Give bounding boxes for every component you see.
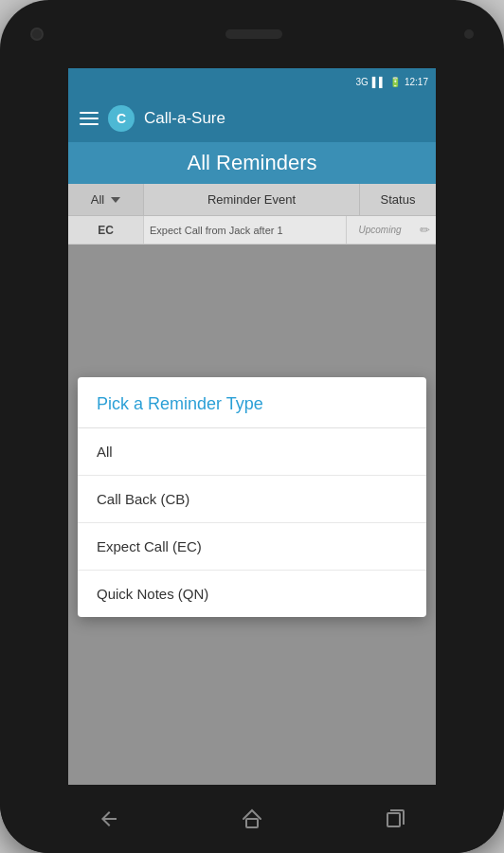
dialog-title: Pick a Reminder Type <box>78 377 426 428</box>
dialog-option-callback[interactable]: Call Back (CB) <box>78 476 426 523</box>
edit-icon[interactable]: ✏ <box>413 223 436 237</box>
chevron-down-icon <box>111 197 120 203</box>
home-button[interactable] <box>237 804 267 834</box>
dialog-option-expectcall[interactable]: Expect Call (EC) <box>78 523 426 571</box>
dialog-option-all[interactable]: All <box>78 428 426 476</box>
table-row[interactable]: EC Expect Call from Jack after 1 Upcomin… <box>68 216 436 245</box>
recents-button[interactable] <box>380 804 410 834</box>
reminder-type-dialog: Pick a Reminder Type All Call Back (CB) … <box>78 377 426 617</box>
phone-speaker <box>225 29 282 39</box>
row-type-cell: EC <box>68 216 144 244</box>
screen-content: Pick a Reminder Type All Call Back (CB) … <box>68 245 436 785</box>
event-label: Reminder Event <box>207 192 296 207</box>
time-display: 12:17 <box>405 77 428 87</box>
row-status-cell: Upcoming <box>347 216 413 244</box>
status-bar-right: 3G ▌▌ 🔋 12:17 <box>355 77 428 87</box>
row-event-cell: Expect Call from Jack after 1 <box>144 216 347 244</box>
phone-camera <box>30 27 44 41</box>
phone-top-bar <box>0 0 504 68</box>
filter-column-header[interactable]: All <box>68 184 144 215</box>
svg-rect-1 <box>387 813 400 826</box>
dialog-option-quicknotes[interactable]: Quick Notes (QN) <box>78 571 426 617</box>
battery-icon: 🔋 <box>389 77 401 87</box>
app-bar-title: Call-a-Sure <box>144 109 225 128</box>
event-column-header: Reminder Event <box>144 184 360 215</box>
page-title-bar: All Reminders <box>68 142 436 184</box>
phone-bottom-bar <box>0 785 504 853</box>
status-bar: 3G ▌▌ 🔋 12:17 <box>68 68 436 95</box>
svg-rect-0 <box>246 819 258 827</box>
app-bar: C Call-a-Sure <box>68 95 436 142</box>
back-button[interactable] <box>94 804 124 834</box>
status-column-header: Status <box>360 184 436 215</box>
page-title: All Reminders <box>188 151 317 175</box>
app-logo: C <box>108 105 135 132</box>
signal-icon: ▌▌ <box>372 77 386 87</box>
status-label: Status <box>381 192 416 207</box>
phone-sensor <box>464 29 474 39</box>
hamburger-menu-button[interactable] <box>80 112 99 125</box>
table-header: All Reminder Event Status <box>68 184 436 216</box>
screen: 3G ▌▌ 🔋 12:17 C Call-a-Sure All Reminder… <box>68 68 436 785</box>
network-indicator: 3G <box>355 77 368 87</box>
filter-label: All <box>91 192 104 207</box>
phone-device: 3G ▌▌ 🔋 12:17 C Call-a-Sure All Reminder… <box>0 0 504 853</box>
